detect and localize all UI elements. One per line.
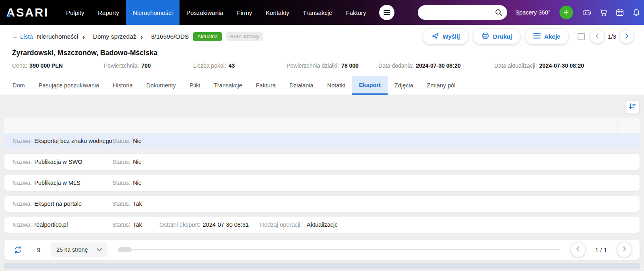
tab-transakcje[interactable]: Transakcje <box>207 76 249 95</box>
contract-badge: Brak umowy <box>226 32 263 41</box>
nav-item-poszukiwania[interactable]: Poszukiwania <box>180 0 230 25</box>
tab-zdjecia[interactable]: Zdjęcia <box>388 76 420 95</box>
list-footer: 9 25 na stronę 1 / 1 <box>4 240 640 260</box>
nav-item-pulpity[interactable]: Pulpity <box>59 0 91 25</box>
tab-dokumenty[interactable]: Dokumenty <box>140 76 183 95</box>
prev-page-button[interactable] <box>571 242 585 257</box>
tab-eksport[interactable]: Eksport <box>352 76 388 95</box>
field-date-added: Data dodania: 2024-07-30 08:20 <box>378 62 494 69</box>
prev-record-button[interactable] <box>590 30 604 43</box>
nav-item-raporty[interactable]: Raporty <box>91 0 126 25</box>
chevron-left-icon <box>593 32 601 41</box>
export-row-realportico[interactable]: Nazwa: realportico.pl Status: Tak Ostatn… <box>4 217 640 233</box>
sort-icon <box>628 102 637 112</box>
record-actions: Wyślij Drukuj Akcje 1/3 <box>418 29 634 44</box>
printer-icon <box>481 32 489 41</box>
property-summary: Cena: 390 000 PLN Powierzchnia: 700 Licz… <box>0 57 644 76</box>
field-price: Cena: 390 000 PLN <box>12 62 104 69</box>
calendar-icon[interactable] <box>615 8 624 17</box>
tab-pliki[interactable]: Pliki <box>183 76 207 95</box>
tab-pasujace-poszukiwania[interactable]: Pasujące poszukiwania <box>32 76 106 95</box>
export-row-mls[interactable]: Nazwa: Publikacja w MLS Status: Nie <box>4 175 640 191</box>
per-page-select[interactable]: 25 na stronę <box>51 242 107 257</box>
tab-zmiany-pol[interactable]: Zmiany pól <box>420 76 462 95</box>
breadcrumb: ← Lista Nieruchomości › Domy sprzedaż › … <box>0 25 644 48</box>
back-to-list-link[interactable]: ← Lista <box>12 33 33 40</box>
nav-item-nieruchomosci[interactable]: Nieruchomości <box>126 0 180 25</box>
sort-row <box>4 98 640 118</box>
chevron-left-icon <box>574 245 582 254</box>
chevron-right-icon <box>620 245 628 254</box>
record-page-indicator: 1/3 <box>608 33 616 40</box>
table-header-row <box>4 118 640 133</box>
export-row-watermark[interactable]: Nazwa: Eksportuj bez znaku wodnego Statu… <box>4 133 640 149</box>
nav-item-firmy[interactable]: Firmy <box>230 0 259 25</box>
tab-historia[interactable]: Historia <box>106 76 139 95</box>
tab-dom[interactable]: Dom <box>6 76 32 95</box>
nav-item-transakcje[interactable]: Transakcje <box>296 0 339 25</box>
chevron-right-icon: › <box>82 33 85 41</box>
result-count: 9 <box>37 246 40 253</box>
print-button[interactable]: Drukuj <box>473 29 520 44</box>
field-area: Powierzchnia: 700 <box>104 62 193 69</box>
field-date-updated: Data aktualizacji: 2024-07-30 08:20 <box>494 62 632 69</box>
chevron-down-icon <box>97 246 102 253</box>
bell-icon[interactable] <box>632 8 641 17</box>
field-rooms: Liczba pokoi: 43 <box>193 62 287 69</box>
nav-item-faktury[interactable]: Faktury <box>339 0 373 25</box>
navbar-icon-group <box>582 8 644 17</box>
asari-logo[interactable]: ASARI <box>6 6 49 19</box>
chevron-right-icon: › <box>140 33 143 41</box>
tab-dzialania[interactable]: Działania <box>283 76 320 95</box>
send-icon <box>431 32 439 41</box>
chevron-right-icon <box>623 32 631 41</box>
breadcrumb-item-type[interactable]: Domy sprzedaż <box>93 33 136 40</box>
nav-item-kontakty[interactable]: Kontakty <box>259 0 296 25</box>
list-pagination: 1 / 1 <box>571 242 632 257</box>
detail-tabs: Dom Pasujące poszukiwania Historia Dokum… <box>0 76 644 95</box>
tab-faktura[interactable]: Faktura <box>249 76 283 95</box>
select-record-checkbox[interactable] <box>578 33 585 40</box>
export-tab-content: Nazwa: Eksportuj bez znaku wodnego Statu… <box>0 95 644 269</box>
breadcrumb-item-id[interactable]: 3/16596/ODS <box>151 33 189 40</box>
bottom-strip <box>4 263 640 269</box>
next-record-button[interactable] <box>620 30 634 43</box>
menu-icon <box>533 33 541 40</box>
horizontal-scrollbar[interactable] <box>118 247 560 252</box>
send-button[interactable]: Wyślij <box>423 29 468 44</box>
export-row-portale[interactable]: Nazwa: Eksport na portale Status: Tak <box>4 196 640 212</box>
top-navbar: ASARI Pulpity Raporty Nieruchomości Posz… <box>0 0 644 25</box>
global-search <box>418 5 507 20</box>
tab-notatki[interactable]: Notatki <box>320 76 352 95</box>
spacery-360-link[interactable]: Spacery 360° <box>515 9 550 16</box>
search-input[interactable] <box>418 5 507 20</box>
scrollbar-thumb[interactable] <box>118 247 132 252</box>
breadcrumb-item-category[interactable]: Nieruchomości <box>37 33 78 40</box>
cart-icon[interactable] <box>599 8 608 17</box>
sort-button[interactable] <box>625 101 639 114</box>
refresh-icon[interactable] <box>13 245 23 254</box>
page-head: ← Lista Nieruchomości › Domy sprzedaż › … <box>0 25 644 76</box>
hamburger-menu-button[interactable] <box>379 5 394 20</box>
next-page-button[interactable] <box>617 242 632 257</box>
gamepad-icon[interactable] <box>582 8 591 17</box>
field-plot-area: Powierzchnia działki: 78 000 <box>287 62 378 69</box>
add-button[interactable]: + <box>559 6 573 19</box>
export-row-swo[interactable]: Nazwa: Publikacja w SWO Status: Nie <box>4 154 640 170</box>
status-badge: Aktualna <box>193 32 222 41</box>
list-page-indicator: 1 / 1 <box>595 246 607 253</box>
page-title: Żyrardowski, Mszczonów, Badowo-Mściska <box>0 48 644 57</box>
actions-button[interactable]: Akcje <box>525 29 568 44</box>
back-arrow-icon: ← <box>12 33 18 40</box>
